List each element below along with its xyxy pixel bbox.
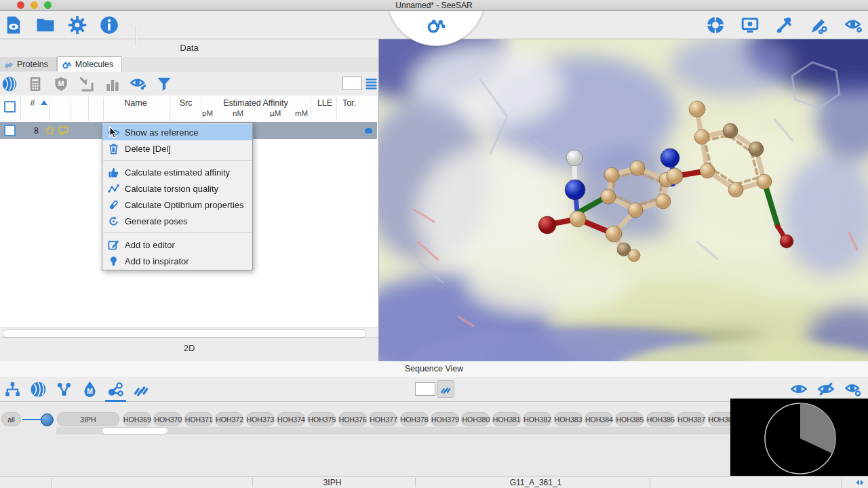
window-title: Unnamed* - SeeSAR bbox=[0, 1, 868, 10]
context-menu-item[interactable]: Show as reference bbox=[102, 124, 252, 140]
tools-icon[interactable] bbox=[776, 16, 793, 34]
residue-chip[interactable]: HOH379 bbox=[431, 412, 459, 426]
residue-chip[interactable]: HOH375 bbox=[307, 412, 336, 426]
context-menu-item[interactable]: Delete [Del] bbox=[102, 140, 252, 157]
splitter-arrows-icon[interactable] bbox=[854, 479, 865, 487]
helix-icon bbox=[4, 60, 14, 69]
context-menu-item[interactable]: Calculate estimated affinity bbox=[102, 164, 252, 180]
import-pose-icon[interactable] bbox=[79, 76, 95, 92]
reference-eye-icon[interactable] bbox=[130, 76, 146, 92]
scrollbar-thumb[interactable] bbox=[3, 329, 366, 338]
list-rows-icon[interactable] bbox=[364, 76, 378, 91]
tab-molecules[interactable]: Molecules bbox=[57, 56, 122, 72]
add-to-view-eye-icon[interactable] bbox=[845, 381, 861, 397]
tab-proteins[interactable]: Proteins bbox=[0, 57, 57, 71]
residue-chip[interactable]: HOH374 bbox=[277, 412, 305, 426]
column-number[interactable]: # bbox=[27, 98, 38, 108]
row-marker-dot bbox=[365, 128, 372, 134]
surface-sphere-icon[interactable] bbox=[1, 76, 18, 92]
favorite-star-icon[interactable] bbox=[44, 125, 55, 136]
context-menu-item[interactable]: Add to inspirator bbox=[102, 253, 252, 269]
show-all-eye-icon[interactable] bbox=[791, 381, 807, 397]
menu-item-icon bbox=[107, 142, 119, 155]
helix-view-icon[interactable] bbox=[133, 381, 150, 398]
residue-chip[interactable]: HOH387 bbox=[677, 412, 705, 426]
molecule-table-header: # Name Src Estimated Affinity pM nM µM m… bbox=[0, 96, 378, 123]
viewport-3d[interactable] bbox=[378, 39, 868, 361]
shield-m-icon[interactable]: M bbox=[53, 76, 69, 92]
residue-chip[interactable]: HOH376 bbox=[338, 412, 367, 426]
svg-text:M: M bbox=[58, 79, 64, 87]
context-menu-item[interactable]: Generate poses bbox=[102, 213, 252, 229]
menu-item-icon bbox=[107, 166, 119, 178]
helix-toggle-button[interactable] bbox=[437, 380, 454, 398]
residue-chip[interactable]: HOH384 bbox=[585, 412, 613, 426]
chip-all[interactable]: all bbox=[1, 412, 21, 426]
residue-chip[interactable]: HOH385 bbox=[615, 412, 644, 426]
residue-chip[interactable]: HOH372 bbox=[215, 412, 243, 426]
residue-chip[interactable]: HOH373 bbox=[246, 412, 275, 426]
sequence-filter-input[interactable] bbox=[415, 382, 435, 396]
info-icon[interactable] bbox=[100, 16, 119, 35]
column-estimated-affinity[interactable]: Estimated Affinity bbox=[210, 98, 301, 108]
residue-chip[interactable]: HOH380 bbox=[461, 412, 490, 426]
unit-mm: mM bbox=[295, 109, 308, 117]
menu-item-icon bbox=[107, 239, 119, 251]
titlebar: Unnamed* - SeeSAR bbox=[0, 0, 868, 11]
context-menu-item[interactable]: Calculate Optibrium properties bbox=[102, 197, 252, 213]
tree-view-icon[interactable] bbox=[4, 381, 21, 398]
menu-item-icon bbox=[107, 182, 119, 195]
residue-chip[interactable]: HOH369 bbox=[123, 412, 151, 426]
residue-chip[interactable]: HOH378 bbox=[400, 412, 429, 426]
residue-chip[interactable]: HOH371 bbox=[184, 412, 213, 426]
status-pose-name: G11_A_361_1 bbox=[488, 478, 583, 487]
molecule-editor-icon[interactable] bbox=[810, 16, 828, 34]
column-src[interactable]: Src bbox=[172, 98, 199, 108]
row-checkbox[interactable] bbox=[4, 125, 16, 136]
open-folder-icon[interactable] bbox=[36, 16, 55, 35]
unit-um: µM bbox=[270, 109, 281, 117]
menu-separator bbox=[103, 232, 252, 233]
calculator-icon[interactable] bbox=[27, 76, 43, 92]
context-menu-item[interactable]: Calculate torsion quality bbox=[102, 180, 252, 197]
context-menu-item[interactable]: Add to editor bbox=[102, 237, 252, 253]
molecule-view-icon[interactable] bbox=[56, 381, 73, 398]
row-height-input[interactable] bbox=[342, 77, 362, 90]
pie-timer bbox=[730, 399, 868, 476]
histogram-icon[interactable] bbox=[104, 76, 121, 92]
menu-item-icon bbox=[107, 215, 119, 227]
chip-chain[interactable]: 3IPH bbox=[57, 412, 119, 426]
comment-icon[interactable] bbox=[58, 125, 68, 136]
open-file-icon[interactable] bbox=[4, 16, 23, 35]
sort-ascending-icon[interactable] bbox=[41, 100, 47, 105]
zoom-slider-knob[interactable] bbox=[41, 413, 54, 426]
display-settings-icon[interactable] bbox=[741, 16, 759, 34]
mouse-cursor bbox=[107, 126, 119, 139]
view-options-eye-icon[interactable] bbox=[845, 16, 863, 34]
residue-chip[interactable]: HOH381 bbox=[492, 412, 521, 426]
ballstick-view-icon[interactable] bbox=[107, 381, 124, 398]
column-lle[interactable]: LLE bbox=[313, 98, 336, 108]
select-all-checkbox[interactable] bbox=[4, 101, 16, 113]
residue-chip[interactable]: HOH370 bbox=[153, 412, 182, 426]
context-menu: Show as reference Delete [Del] Calculate… bbox=[102, 123, 253, 270]
status-bar: 3IPH G11_A_361_1 bbox=[0, 476, 868, 488]
sequence-scrollbar[interactable] bbox=[56, 427, 730, 434]
filter-icon[interactable] bbox=[156, 76, 172, 92]
column-tor[interactable]: Tor. bbox=[338, 98, 361, 108]
droplet-m-icon[interactable]: M bbox=[81, 381, 98, 398]
help-lifering-icon[interactable] bbox=[707, 16, 724, 34]
residue-chip[interactable]: HOH386 bbox=[646, 412, 675, 426]
residue-chip[interactable]: HOH377 bbox=[369, 412, 397, 426]
settings-gear-icon[interactable] bbox=[68, 16, 87, 35]
sequence-view-title: Sequence View bbox=[0, 361, 868, 378]
residue-chip[interactable]: HOH383 bbox=[554, 412, 583, 426]
hide-all-eye-icon[interactable] bbox=[818, 381, 834, 397]
residue-chip[interactable]: HOH382 bbox=[523, 412, 551, 426]
surface-view-icon[interactable] bbox=[30, 381, 47, 398]
menu-item-icon bbox=[107, 255, 119, 267]
status-protein-name: 3IPH bbox=[285, 478, 380, 487]
molecules-toolbar: M bbox=[0, 72, 378, 96]
sequence-scrollbar-thumb[interactable] bbox=[102, 427, 168, 434]
column-name[interactable]: Name bbox=[108, 98, 163, 108]
